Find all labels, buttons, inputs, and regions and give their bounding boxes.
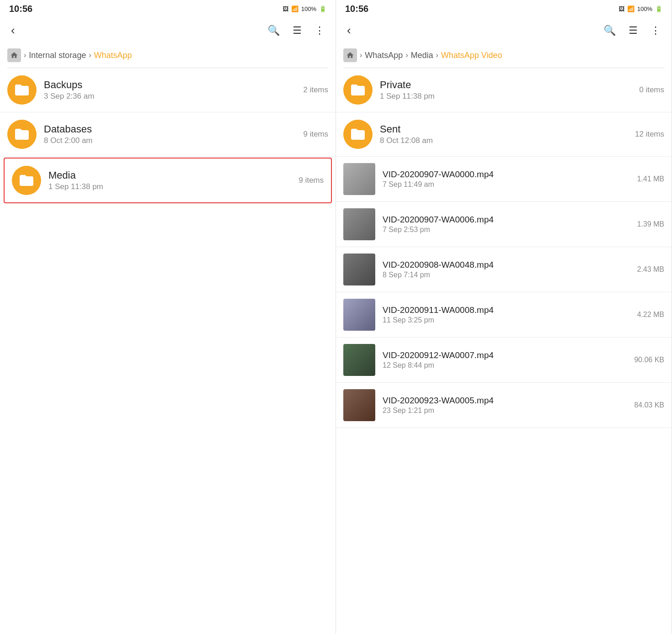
file-thumb-3	[343, 299, 375, 331]
folder-icon-private	[343, 75, 373, 105]
back-button-right[interactable]: ‹	[343, 21, 355, 39]
file-size-0: 1.41 MB	[637, 175, 664, 183]
folder-item-databases[interactable]: Databases 8 Oct 2:00 am 9 items	[0, 112, 336, 157]
folder-info-backups: Backups 3 Sep 2:36 am	[44, 79, 303, 101]
file-item-4[interactable]: VID-20200912-WA0007.mp4 12 Sep 8:44 pm 9…	[336, 338, 672, 383]
file-name-5: VID-20200923-WA0005.mp4	[383, 396, 634, 406]
folder-count-private: 0 items	[639, 85, 664, 95]
left-panel: 10:56 🖼 📶 100% 🔋 ‹ 🔍 ☰ ⋮ › Internal stor…	[0, 0, 336, 634]
battery-icon-right: 🔋	[655, 5, 662, 12]
more-button-right[interactable]: ⋮	[647, 23, 664, 38]
folder-info-sent: Sent 8 Oct 12:08 am	[380, 123, 635, 145]
signal-icon: 📶	[291, 5, 299, 12]
folder-date-private: 1 Sep 11:38 pm	[380, 92, 639, 101]
folder-list-right: Private 1 Sep 11:38 pm 0 items Sent 8 Oc…	[336, 68, 672, 634]
folder-list-left: Backups 3 Sep 2:36 am 2 items Databases …	[0, 68, 336, 634]
file-item-0[interactable]: VID-20200907-WA0000.mp4 7 Sep 11:49 am 1…	[336, 157, 672, 202]
folder-item-media[interactable]: Media 1 Sep 11:38 pm 9 items	[4, 158, 332, 203]
search-button-left[interactable]: 🔍	[264, 23, 284, 38]
file-info-3: VID-20200911-WA0008.mp4 11 Sep 3:25 pm	[383, 305, 637, 324]
folder-name-sent: Sent	[380, 123, 635, 135]
file-thumb-5	[343, 389, 375, 421]
folder-date-media: 1 Sep 11:38 pm	[48, 182, 299, 191]
folder-icon-databases	[7, 120, 37, 149]
breadcrumb-right: › WhatsApp › Media › WhatsApp Video	[336, 43, 672, 68]
list-button-right[interactable]: ☰	[625, 23, 641, 38]
file-date-4: 12 Sep 8:44 pm	[383, 361, 634, 370]
time-left: 10:56	[9, 4, 32, 14]
file-info-2: VID-20200908-WA0048.mp4 8 Sep 7:14 pm	[383, 260, 637, 279]
folder-name-backups: Backups	[44, 79, 303, 91]
file-size-5: 84.03 KB	[634, 401, 664, 409]
status-bar-right: 10:56 🖼 📶 100% 🔋	[336, 0, 672, 18]
file-info-0: VID-20200907-WA0000.mp4 7 Sep 11:49 am	[383, 169, 637, 189]
file-item-2[interactable]: VID-20200908-WA0048.mp4 8 Sep 7:14 pm 2.…	[336, 247, 672, 292]
chevron-3-right: ›	[436, 51, 438, 59]
file-date-5: 23 Sep 1:21 pm	[383, 407, 634, 415]
list-button-left[interactable]: ☰	[289, 23, 305, 38]
file-date-3: 11 Sep 3:25 pm	[383, 316, 637, 324]
crumb-media-right[interactable]: Media	[411, 51, 433, 60]
crumb-whatsapp-video[interactable]: WhatsApp Video	[441, 51, 502, 60]
action-bar-right: ‹ 🔍 ☰ ⋮	[336, 18, 672, 43]
folder-date-sent: 8 Oct 12:08 am	[380, 136, 635, 145]
chevron-1-left: ›	[24, 51, 26, 59]
folder-item-sent[interactable]: Sent 8 Oct 12:08 am 12 items	[336, 112, 672, 157]
crumb-whatsapp-left[interactable]: WhatsApp	[94, 51, 132, 60]
status-icons-right: 🖼 📶 100% 🔋	[619, 5, 662, 12]
folder-info-private: Private 1 Sep 11:38 pm	[380, 79, 639, 101]
folder-icon-sent	[343, 120, 373, 149]
file-date-2: 8 Sep 7:14 pm	[383, 271, 637, 279]
file-info-5: VID-20200923-WA0005.mp4 23 Sep 1:21 pm	[383, 396, 634, 415]
file-size-2: 2.43 MB	[637, 265, 664, 274]
file-date-1: 7 Sep 2:53 pm	[383, 226, 637, 234]
battery-text-right: 100%	[637, 5, 652, 12]
folder-item-private[interactable]: Private 1 Sep 11:38 pm 0 items	[336, 68, 672, 112]
status-icons-left: 🖼 📶 100% 🔋	[283, 5, 326, 12]
file-thumb-4	[343, 344, 375, 376]
home-icon-left[interactable]	[7, 48, 21, 62]
file-size-3: 4.22 MB	[637, 311, 664, 319]
folder-date-databases: 8 Oct 2:00 am	[44, 136, 303, 145]
file-date-0: 7 Sep 11:49 am	[383, 180, 637, 189]
folder-name-media: Media	[48, 169, 299, 181]
folder-info-databases: Databases 8 Oct 2:00 am	[44, 123, 303, 145]
folder-name-private: Private	[380, 79, 639, 91]
chevron-2-left: ›	[89, 51, 91, 59]
chevron-2-right: ›	[405, 51, 408, 59]
file-name-3: VID-20200911-WA0008.mp4	[383, 305, 637, 315]
screenshot-icon: 🖼	[283, 5, 289, 12]
folder-count-sent: 12 items	[635, 130, 664, 139]
folder-count-backups: 2 items	[303, 85, 328, 95]
folder-item-backups[interactable]: Backups 3 Sep 2:36 am 2 items	[0, 68, 336, 112]
folder-icon-backups	[7, 75, 37, 105]
right-panel: 10:56 🖼 📶 100% 🔋 ‹ 🔍 ☰ ⋮ › WhatsApp › Me…	[336, 0, 672, 634]
more-button-left[interactable]: ⋮	[311, 23, 328, 38]
folder-info-media: Media 1 Sep 11:38 pm	[48, 169, 299, 191]
file-item-5[interactable]: VID-20200923-WA0005.mp4 23 Sep 1:21 pm 8…	[336, 383, 672, 428]
screenshot-icon-right: 🖼	[619, 5, 625, 12]
file-thumb-1	[343, 208, 375, 240]
file-thumb-2	[343, 254, 375, 285]
battery-text-left: 100%	[301, 5, 316, 12]
action-bar-left: ‹ 🔍 ☰ ⋮	[0, 18, 336, 43]
battery-icon-left: 🔋	[319, 5, 326, 12]
crumb-internal-storage[interactable]: Internal storage	[29, 51, 86, 60]
home-icon-right[interactable]	[343, 48, 357, 62]
file-name-1: VID-20200907-WA0006.mp4	[383, 215, 637, 225]
folder-count-databases: 9 items	[303, 130, 328, 139]
file-item-3[interactable]: VID-20200911-WA0008.mp4 11 Sep 3:25 pm 4…	[336, 292, 672, 338]
crumb-whatsapp-right[interactable]: WhatsApp	[365, 51, 403, 60]
search-button-right[interactable]: 🔍	[600, 23, 620, 38]
back-button-left[interactable]: ‹	[7, 21, 19, 39]
file-size-1: 1.39 MB	[637, 220, 664, 228]
chevron-1-right: ›	[360, 51, 362, 59]
folder-icon-media	[12, 166, 41, 195]
file-item-1[interactable]: VID-20200907-WA0006.mp4 7 Sep 2:53 pm 1.…	[336, 202, 672, 247]
signal-icon-right: 📶	[627, 5, 635, 12]
file-size-4: 90.06 KB	[634, 356, 664, 364]
folder-name-databases: Databases	[44, 123, 303, 135]
file-name-0: VID-20200907-WA0000.mp4	[383, 169, 637, 180]
status-bar-left: 10:56 🖼 📶 100% 🔋	[0, 0, 336, 18]
time-right: 10:56	[345, 4, 368, 14]
